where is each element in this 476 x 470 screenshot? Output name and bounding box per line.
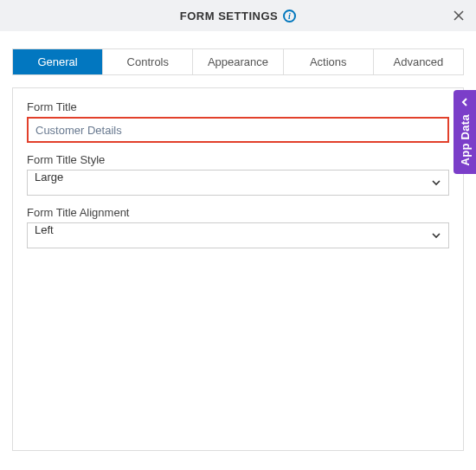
field-form-title: Form Title [27,100,449,143]
tab-controls[interactable]: Controls [103,49,193,74]
form-title-style-select[interactable]: Large [27,170,449,196]
tab-advanced[interactable]: Advanced [374,49,463,74]
app-data-drawer-handle[interactable]: App Data [453,90,476,174]
page-title: FORM SETTINGS [180,10,278,23]
tab-appearance[interactable]: Appearance [193,49,283,74]
field-form-title-style: Form Title Style Large [27,153,449,196]
form-title-alignment-label: Form Title Alignment [27,206,449,219]
tab-general[interactable]: General [13,49,103,74]
close-button[interactable] [450,7,467,24]
form-title-style-label: Form Title Style [27,153,449,166]
form-title-label: Form Title [27,100,449,113]
tabs: General Controls Appearance Actions Adva… [12,48,464,75]
form-title-alignment-select[interactable]: Left [27,222,449,248]
field-form-title-alignment: Form Title Alignment Left [27,206,449,248]
info-icon[interactable]: i [283,10,296,23]
chevron-left-icon [460,95,470,111]
close-icon [453,10,465,22]
tab-actions[interactable]: Actions [284,49,374,74]
app-data-label: App Data [459,114,472,165]
settings-panel: Form Title Form Title Style Large Form T… [12,87,464,451]
titlebar: FORM SETTINGS i [0,0,476,31]
page-title-wrap: FORM SETTINGS i [180,10,296,23]
form-title-input[interactable] [27,117,449,143]
